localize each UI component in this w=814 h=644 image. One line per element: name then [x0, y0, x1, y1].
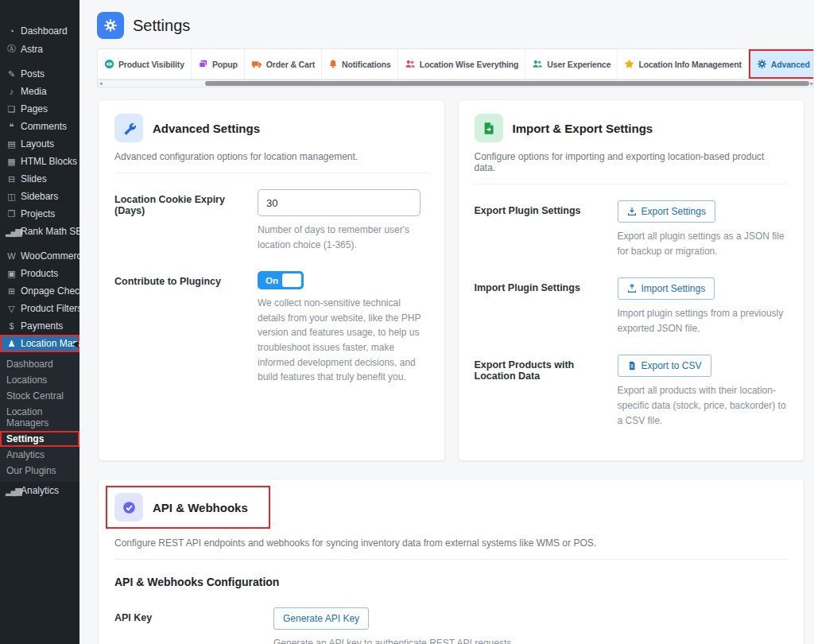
- scroll-right-icon[interactable]: ▸: [810, 80, 813, 87]
- divider: [114, 173, 428, 173]
- sidebar-item-rank-math-seo[interactable]: ▂▄▆Rank Math SEO: [0, 223, 79, 240]
- card-title: API & Webhooks: [153, 501, 248, 514]
- sidebar-item-slides[interactable]: ⊟Slides: [0, 170, 79, 188]
- divider: [114, 559, 788, 560]
- tab-product-visibility[interactable]: Product Visibility: [98, 49, 192, 79]
- upload-icon: [627, 284, 637, 293]
- bar-chart-icon: ▂▄▆: [6, 486, 16, 496]
- sidebar-item-pages[interactable]: ❏Pages: [0, 100, 79, 118]
- annotation-box-api-webhooks: API & Webhooks: [106, 486, 270, 529]
- sidebar-item-sidebars[interactable]: ◫Sidebars: [0, 188, 79, 205]
- tab-label: Location Wise Everything: [420, 60, 519, 69]
- page-title: Settings: [133, 17, 190, 35]
- contribute-help: We collect non-sensitive technical detai…: [258, 296, 428, 385]
- woocommerce-icon: W: [6, 251, 16, 261]
- export-csv-label: Export Products with Location Data: [475, 355, 618, 428]
- tab-label: Product Visibility: [118, 60, 184, 69]
- sidebar-item-products[interactable]: ▣Products: [0, 265, 79, 282]
- export-settings-help: Export all plugin settings as a JSON fil…: [618, 229, 789, 258]
- sidebar-item-astra[interactable]: ⒶAstra: [0, 40, 79, 58]
- tab-notifications[interactable]: Notifications: [322, 49, 398, 79]
- import-settings-button[interactable]: Import Settings: [618, 277, 715, 300]
- tab-location-info-management[interactable]: Location Info Management: [618, 49, 748, 79]
- sidebar-item-location-manage[interactable]: ♟Location Manage◀: [0, 335, 79, 352]
- filter-icon: ▽: [6, 304, 16, 314]
- sidebar-item-media[interactable]: ♪Media: [0, 83, 79, 100]
- api-key-label: API Key: [114, 607, 273, 644]
- sidebar-item-dashboard[interactable]: ◔Dashboard: [0, 22, 79, 40]
- submenu-item-settings[interactable]: Settings: [0, 431, 79, 447]
- gear-icon: [757, 59, 767, 69]
- button-label: Export Settings: [642, 206, 706, 217]
- sidebar-item-posts[interactable]: ✎Posts: [0, 65, 79, 83]
- submenu-item-dashboard[interactable]: Dashboard: [0, 356, 79, 372]
- toggle-state-label: On: [266, 276, 278, 285]
- scrollbar-thumb[interactable]: [205, 81, 809, 86]
- sidebar-item-label: Astra: [21, 44, 43, 55]
- export-csv-button[interactable]: Export to CSV: [618, 355, 711, 377]
- tab-order-cart[interactable]: Order & Cart: [245, 49, 322, 79]
- projects-icon: ❒: [6, 209, 16, 219]
- tab-label: Advanced: [771, 60, 810, 69]
- sidebar-item-html-blocks[interactable]: ▦HTML Blocks: [0, 153, 79, 170]
- sidebar-item-onpage-checkout[interactable]: ⊞Onpage Checkout: [0, 282, 79, 300]
- dashboard-icon: ◔: [6, 26, 16, 36]
- submenu-item-analytics[interactable]: Analytics: [0, 447, 79, 463]
- sidebar-separator: [0, 58, 79, 65]
- tab-user-experience[interactable]: User Experience: [525, 49, 618, 79]
- submenu-item-location-managers[interactable]: Location Managers: [0, 404, 79, 431]
- layouts-icon: ▤: [6, 139, 16, 149]
- tab-label: Popup: [212, 60, 238, 69]
- tab-label: User Experience: [547, 60, 610, 69]
- tab-advanced[interactable]: Advanced: [749, 49, 814, 79]
- sidebar-item-analytics[interactable]: ▂▄▆Analytics: [0, 482, 79, 499]
- popup-icon: [198, 59, 208, 69]
- submenu-item-stock-central[interactable]: Stock Central: [0, 388, 79, 404]
- sidebar-item-label: Payments: [21, 320, 63, 332]
- tab-label: Location Info Management: [638, 60, 741, 69]
- payments-icon: $: [6, 321, 16, 331]
- sidebar-item-label: WooCommerce: [21, 250, 87, 262]
- tab-popup[interactable]: Popup: [192, 49, 245, 79]
- card-title: Import & Export Settings: [513, 122, 653, 135]
- sidebar-item-woocommerce[interactable]: WWooCommerce: [0, 247, 79, 265]
- sidebar-item-label: Slides: [21, 173, 47, 184]
- scroll-left-icon[interactable]: ◂: [99, 80, 103, 87]
- cookie-expiry-input[interactable]: [258, 189, 421, 216]
- sidebar-item-label: Comments: [21, 121, 67, 132]
- tab-label: Order & Cart: [266, 60, 315, 69]
- sidebar-item-layouts[interactable]: ▤Layouts: [0, 135, 79, 153]
- products-icon: ▣: [6, 269, 16, 279]
- sidebar-item-comments[interactable]: ❝Comments: [0, 118, 79, 135]
- card-description: Advanced configuration options for locat…: [114, 151, 428, 162]
- submenu-item-our-plugins[interactable]: Our Plugins: [0, 463, 79, 479]
- tab-location-wise-everything[interactable]: Location Wise Everything: [398, 49, 526, 79]
- export-settings-button[interactable]: Export Settings: [618, 200, 715, 223]
- tabs-scrollbar[interactable]: ◂ ▸: [97, 80, 814, 87]
- sidebar-item-payments[interactable]: $Payments: [0, 317, 79, 335]
- pages-icon: ❏: [6, 104, 16, 114]
- divider: [475, 184, 789, 184]
- truck-icon: [251, 59, 262, 69]
- astra-icon: Ⓐ: [6, 43, 16, 55]
- settings-gear-icon: [97, 12, 124, 39]
- submenu-item-locations[interactable]: Locations: [0, 372, 79, 388]
- sidebar-item-label: Products: [21, 268, 58, 279]
- sidebar-item-label: Product Filters: [21, 303, 82, 314]
- toggle-knob: [282, 274, 301, 287]
- generate-api-key-button[interactable]: Generate API Key: [273, 607, 369, 630]
- star-icon: [624, 59, 634, 69]
- contribute-toggle[interactable]: On: [258, 271, 304, 289]
- sidebar-item-label: Layouts: [21, 138, 54, 149]
- button-label: Export to CSV: [642, 360, 702, 371]
- sidebar-item-label: Media: [21, 86, 47, 97]
- download-icon: [627, 207, 637, 216]
- button-label: Import Settings: [642, 283, 706, 294]
- sidebar-item-projects[interactable]: ❒Projects: [0, 205, 79, 223]
- sidebar-separator: [0, 240, 79, 247]
- import-settings-help: Import plugin settings from a previously…: [618, 306, 789, 336]
- sidebar-item-product-filters[interactable]: ▽Product Filters: [0, 300, 79, 317]
- slides-icon: ⊟: [6, 174, 16, 184]
- location-manage-submenu: Dashboard Locations Stock Central Locati…: [0, 352, 79, 482]
- comments-icon: ❝: [6, 122, 16, 132]
